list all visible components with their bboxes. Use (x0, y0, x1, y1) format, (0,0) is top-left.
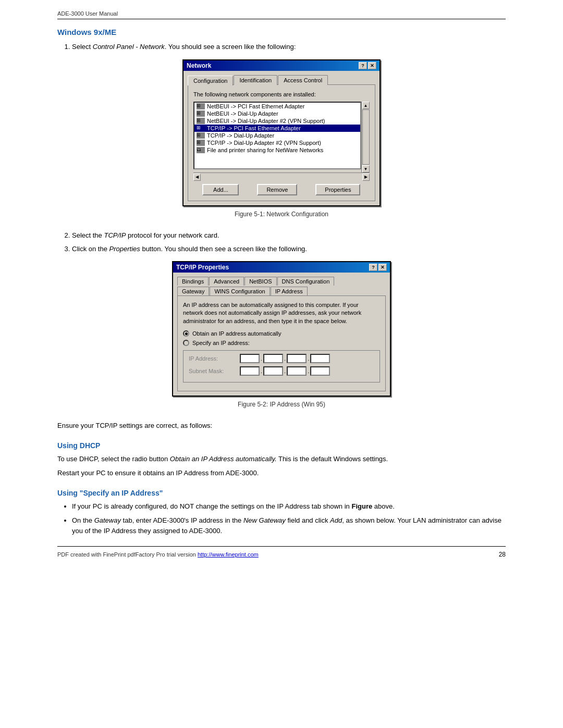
ip-dot-1: . (261, 355, 262, 362)
tab-ip-address[interactable]: IP Address (271, 287, 308, 295)
radio-specify-button[interactable] (183, 340, 189, 346)
tab-access-control[interactable]: Access Control (278, 75, 328, 85)
using-specify-title: Using "Specify an IP Address" (57, 489, 506, 497)
horiz-scroll-track[interactable] (201, 174, 362, 181)
list-item[interactable]: ⊞ NetBEUI -> Dial-Up Adapter (194, 110, 360, 117)
tcpip-dialog-title: TCP/IP Properties (176, 264, 229, 271)
footer-link[interactable]: http://www.fineprint.com (198, 551, 259, 558)
network-icon: ⊞ (197, 132, 205, 139)
scroll-up-arrow[interactable]: ▲ (362, 102, 370, 109)
ip-address-label: IP Address: (189, 355, 236, 362)
radio-auto-option[interactable]: Obtain an IP address automatically (183, 330, 380, 337)
tab-bindings[interactable]: Bindings (177, 277, 209, 286)
ip-field-3[interactable] (287, 354, 307, 363)
footer-text-pre: PDF created with FinePrint pdfFactory Pr… (57, 551, 198, 558)
list-item[interactable]: ⊞ TCP/IP -> Dial-Up Adapter #2 (VPN Supp… (194, 139, 360, 146)
help-button[interactable]: ? (359, 62, 367, 69)
ip-address-group: IP Address: . . . (183, 350, 380, 382)
specify-bullet-1: If your PC is already configured, do NOT… (72, 501, 506, 512)
tcpip-help-button[interactable]: ? (369, 264, 377, 271)
figure-2-container: TCP/IP Properties ? ✕ Bindings Advanced … (57, 261, 506, 413)
step3-rest: button. You should then see a screen lik… (140, 245, 307, 253)
list-item-text: NetBEUI -> Dial-Up Adapter #2 (VPN Suppo… (207, 118, 325, 124)
bullet2-mid: tab, enter ADE-3000's IP address in the (121, 516, 243, 524)
subnet-field-3[interactable] (287, 366, 307, 376)
radio-specify-option[interactable]: Specify an IP address: (183, 340, 380, 346)
ip-address-row: IP Address: . . . (189, 354, 374, 363)
remove-button[interactable]: Remove (257, 184, 297, 195)
step1-text: Select (72, 43, 93, 51)
tab-identification[interactable]: Identification (234, 75, 277, 85)
network-buttons: Add... Remove Properties (193, 184, 370, 195)
steps-2-3: Select the TCP/IP protocol for your netw… (72, 230, 506, 254)
list-item-text: NetBEUI -> Dial-Up Adapter (207, 110, 278, 117)
list-item-text: TCP/IP -> Dial-Up Adapter #2 (VPN Suppor… (207, 140, 321, 146)
tcpip-tabs-row2: Gateway WINS Configuration IP Address (177, 287, 386, 295)
network-dialog-content: Configuration Identification Access Cont… (183, 71, 380, 206)
ip-address-fields: . . . (240, 354, 330, 363)
bullet2-pre: On the (72, 516, 94, 524)
step3-pre: Click on the (72, 245, 109, 253)
horizontal-scrollbar[interactable]: ◀ ▶ (193, 172, 370, 181)
tab-configuration[interactable]: Configuration (188, 76, 233, 85)
file-print-icon: 🗂 (197, 147, 205, 153)
network-list-wrapper: ⊞ NetBEUI -> PCI Fast Ethernet Adapter ⊞… (193, 102, 370, 172)
dhcp-para1-italic: Obtain an IP Address automatically. (170, 455, 277, 463)
header-text: ADE-3000 User Manual (57, 10, 118, 17)
ip-dot-2: . (284, 355, 286, 362)
scrollbar[interactable]: ▲ ▼ (361, 102, 370, 172)
radio-auto-label: Obtain an IP address automatically (192, 330, 281, 337)
page-container: ADE-3000 User Manual Windows 9x/ME Selec… (57, 0, 506, 600)
list-item[interactable]: ⊞ NetBEUI -> Dial-Up Adapter #2 (VPN Sup… (194, 117, 360, 125)
subnet-field-4[interactable] (310, 366, 330, 376)
specify-bullets: If your PC is already configured, do NOT… (72, 501, 506, 536)
tcpip-dialog: TCP/IP Properties ? ✕ Bindings Advanced … (172, 261, 391, 397)
titlebar-buttons: ? ✕ (359, 62, 376, 69)
bullet1-rest: above. (372, 502, 395, 510)
ensure-text: Ensure your TCP/IP settings are correct,… (57, 421, 506, 431)
step1-bold: Control Panel - Network (93, 43, 165, 51)
radio-auto-button[interactable] (183, 330, 189, 337)
ip-dot-3: . (308, 355, 309, 362)
scroll-thumb[interactable] (362, 109, 370, 165)
add-button[interactable]: Add... (202, 184, 239, 195)
close-button[interactable]: ✕ (368, 62, 376, 69)
scroll-right-arrow[interactable]: ▶ (362, 174, 370, 181)
tab-gateway[interactable]: Gateway (177, 287, 209, 295)
dhcp-para1: To use DHCP, select the radio button Obt… (57, 454, 506, 464)
network-icon: ⊞ (197, 103, 205, 109)
scroll-left-arrow[interactable]: ◀ (193, 174, 201, 181)
tcpip-tab-content: An IP address can be automatically assig… (177, 295, 386, 391)
tab-dns-configuration[interactable]: DNS Configuration (277, 277, 335, 286)
network-tabs: Configuration Identification Access Cont… (188, 75, 375, 85)
tab-netbios[interactable]: NetBIOS (244, 277, 276, 286)
network-icon: ⊞ (197, 140, 205, 146)
subnet-field-2[interactable] (263, 366, 283, 376)
bullet1-pre: If your PC is already configured, do NOT… (72, 502, 351, 510)
ip-field-2[interactable] (263, 354, 283, 363)
tcpip-close-button[interactable]: ✕ (378, 264, 387, 271)
list-item[interactable]: ⊞ TCP/IP -> Dial-Up Adapter (194, 132, 360, 139)
tab-wins-configuration[interactable]: WINS Configuration (210, 287, 270, 295)
list-item[interactable]: 🗂 File and printer sharing for NetWare N… (194, 146, 360, 154)
subnet-dot-1: . (261, 368, 262, 374)
bullet2-italic2: New Gateway (243, 516, 286, 524)
header-bar: ADE-3000 User Manual (57, 10, 506, 19)
ip-field-1[interactable] (240, 354, 260, 363)
list-item-text: NetBEUI -> PCI Fast Ethernet Adapter (207, 103, 304, 109)
figure-2-caption-text: Figure 5-2: IP Address (Win 95) (238, 401, 325, 408)
ip-field-4[interactable] (310, 354, 330, 363)
network-tab-content: The following network components are ins… (188, 84, 375, 202)
subnet-mask-label: Subnet Mask: (189, 368, 236, 374)
dhcp-para1-pre: To use DHCP, select the radio button (57, 455, 170, 463)
list-item-text: TCP/IP -> Dial-Up Adapter (207, 132, 274, 139)
tab-advanced[interactable]: Advanced (209, 277, 244, 286)
scroll-down-arrow[interactable]: ▼ (362, 165, 370, 172)
page-number: 28 (499, 551, 506, 558)
properties-button[interactable]: Properties (315, 184, 360, 195)
subnet-field-1[interactable] (240, 366, 260, 376)
list-item[interactable]: ⊞ NetBEUI -> PCI Fast Ethernet Adapter (194, 103, 360, 110)
list-item-selected[interactable]: ⊞ TCP/IP -> PCI Fast Ethernet Adapter (194, 125, 360, 132)
subnet-dot-3: . (308, 368, 309, 374)
network-list[interactable]: ⊞ NetBEUI -> PCI Fast Ethernet Adapter ⊞… (193, 102, 361, 169)
